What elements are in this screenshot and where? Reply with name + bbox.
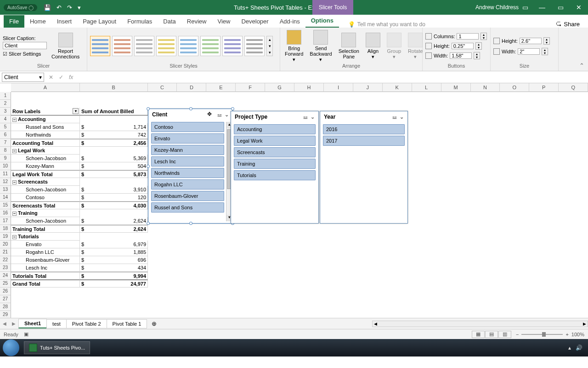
spin-button[interactable]: ▴▾	[543, 37, 550, 45]
tab-formulas[interactable]: Formulas	[122, 15, 158, 28]
cell[interactable]: Schoen-Jacobson	[11, 186, 80, 194]
tab-data[interactable]: Data	[158, 15, 181, 28]
cell[interactable]: Tutorials Total	[11, 272, 80, 280]
tab-nav-next[interactable]: ▶	[9, 321, 18, 326]
cell[interactable]: $9,994	[80, 272, 148, 280]
column-header[interactable]: M	[441, 83, 471, 92]
slicer-item[interactable]: Training	[234, 159, 316, 169]
column-header[interactable]: O	[500, 83, 529, 92]
enter-icon[interactable]: ✓	[59, 74, 63, 80]
selection-pane-button[interactable]: Selection Pane	[337, 32, 361, 60]
zoom-out-button[interactable]: −	[516, 332, 519, 337]
view-normal-button[interactable]: ▦	[472, 331, 485, 338]
bring-forward-button[interactable]: Bring Forward ▾	[283, 29, 305, 63]
row-header[interactable]: 9	[0, 155, 11, 162]
cell[interactable]: $3,910	[80, 186, 148, 194]
size-height-input[interactable]	[520, 38, 542, 44]
cell[interactable]: Schoen-Jacobson	[11, 217, 80, 225]
zoom-level[interactable]: 100%	[571, 332, 584, 337]
tab-page-layout[interactable]: Page Layout	[77, 15, 122, 28]
sheet-tab-sheet1[interactable]: Sheet1	[18, 319, 47, 328]
system-tray[interactable]: ▴ 🔊	[568, 345, 588, 351]
cell[interactable]: $120	[80, 194, 148, 201]
column-header[interactable]: D	[177, 83, 206, 92]
cell[interactable]: $434	[80, 264, 148, 272]
row-header[interactable]: 14	[0, 194, 11, 201]
style-option[interactable]	[244, 36, 265, 56]
clear-filter-icon[interactable]: ⌄	[225, 112, 229, 118]
cell[interactable]: Training Total	[11, 225, 80, 233]
collapse-ribbon-icon[interactable]: ⌃	[579, 62, 584, 69]
collapse-icon[interactable]: −	[12, 118, 17, 122]
share-button[interactable]: ⮎Share	[555, 21, 580, 28]
cell[interactable]: −Legal Work	[11, 147, 80, 155]
fx-icon[interactable]: fx	[69, 74, 73, 80]
row-header[interactable]: 13	[0, 186, 11, 194]
sheet-tab-pivot2[interactable]: Pivot Table 2	[66, 319, 107, 328]
column-header[interactable]: F	[236, 83, 265, 92]
row-header[interactable]: 15	[0, 201, 11, 209]
slicer-client[interactable]: Client ⚍⌄ ContosoEnvatoKozey-MannLesch I…	[148, 109, 233, 224]
tab-nav-prev[interactable]: ◀	[0, 321, 9, 326]
cell[interactable]: −Tutorials	[11, 233, 80, 241]
collapse-icon[interactable]: −	[12, 212, 17, 216]
size-width-input[interactable]	[518, 48, 540, 55]
spreadsheet-grid[interactable]: ABCDEFGHIJKLMNOPQ 1234567891011121314151…	[0, 83, 588, 318]
cell[interactable]: $5,873	[80, 170, 148, 178]
slicer-item[interactable]: Envato	[151, 133, 224, 144]
tray-chevron-icon[interactable]: ▴	[568, 345, 571, 351]
style-option[interactable]	[178, 36, 198, 56]
view-page-layout-button[interactable]: ▤	[485, 331, 498, 338]
row-header[interactable]: 16	[0, 209, 11, 217]
spin-button[interactable]: ▴▾	[481, 33, 487, 40]
qat-customize-icon[interactable]: ▾	[78, 4, 81, 11]
column-header[interactable]: Q	[559, 83, 588, 92]
cell[interactable]: Legal Work Total	[11, 170, 80, 178]
slicer-year[interactable]: Year ⚍⌄ 20162017	[320, 111, 408, 224]
save-icon[interactable]: 💾	[44, 4, 51, 11]
row-header[interactable]: 19	[0, 233, 11, 241]
row-header[interactable]: 2	[0, 100, 11, 108]
sheet-tab-test[interactable]: test	[46, 319, 67, 328]
column-header[interactable]: J	[353, 83, 383, 92]
slicer-item[interactable]: Contoso	[151, 122, 224, 132]
row-header[interactable]: 17	[0, 217, 11, 225]
row-header[interactable]: 26	[0, 288, 11, 295]
tab-developer[interactable]: Developer	[236, 15, 274, 28]
user-name[interactable]: Andrew Childress	[475, 4, 519, 11]
slicer-item[interactable]: 2016	[323, 124, 405, 134]
tab-file[interactable]: File	[4, 15, 24, 28]
multiselect-icon[interactable]: ⚍	[303, 114, 308, 120]
cell[interactable]: Schoen-Jacobson	[11, 155, 80, 162]
row-header[interactable]: 18	[0, 225, 11, 233]
cell[interactable]: $6,979	[80, 241, 148, 248]
slicer-item[interactable]: Lesch Inc	[151, 156, 224, 167]
column-header[interactable]: I	[324, 83, 353, 92]
row-header[interactable]: 11	[0, 170, 11, 178]
row-header[interactable]: 4	[0, 115, 11, 123]
spin-button[interactable]: ▴▾	[474, 52, 480, 59]
cell[interactable]: Grand Total	[11, 280, 80, 288]
cell[interactable]: Lesch Inc	[11, 264, 80, 272]
row-header[interactable]: 27	[0, 295, 11, 303]
column-header[interactable]: N	[471, 83, 500, 92]
columns-input[interactable]	[457, 33, 479, 40]
sheet-tab-pivot1[interactable]: Pivot Table 1	[107, 319, 147, 328]
slicer-item[interactable]: Screencasts	[234, 147, 316, 157]
row-header[interactable]: 1	[0, 92, 11, 100]
slicer-styles-gallery[interactable]: ▴▾▾	[90, 36, 273, 56]
slicer-item[interactable]: Accounting	[234, 124, 316, 134]
tab-options[interactable]: Options	[305, 14, 339, 28]
cell[interactable]: Russel and Sons	[11, 123, 80, 131]
row-header[interactable]: 24	[0, 272, 11, 280]
row-header[interactable]: 6	[0, 131, 11, 139]
ribbon-display-icon[interactable]: ▭	[522, 4, 528, 11]
cell[interactable]: Contoso	[11, 194, 80, 201]
send-backward-button[interactable]: Send Backward ▾	[308, 29, 334, 63]
style-option[interactable]	[222, 36, 243, 56]
btn-width-input[interactable]	[450, 52, 472, 59]
cell[interactable]: Screencasts Total	[11, 201, 80, 209]
row-header[interactable]: 25	[0, 280, 11, 288]
zoom-slider[interactable]	[521, 334, 563, 335]
name-box[interactable]: Client▾	[2, 73, 44, 82]
